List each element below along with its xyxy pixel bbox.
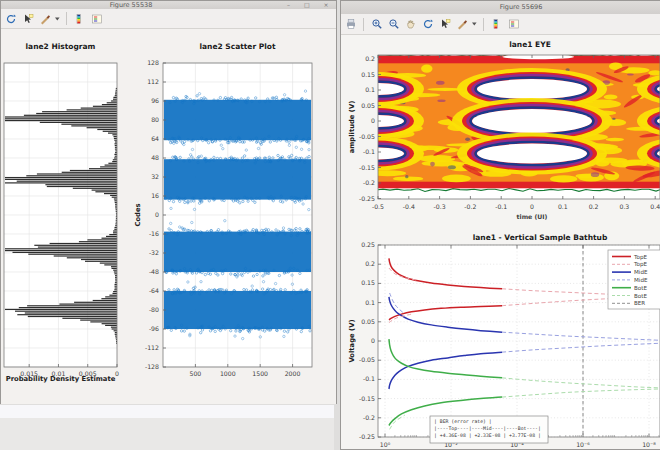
eye-xlabel: time (UI) — [517, 213, 548, 220]
eye-y-tick: 0 — [371, 117, 375, 124]
histogram-bar — [5, 309, 117, 310]
scatter-y-tick: 48 — [151, 154, 159, 161]
zoom-out-icon[interactable] — [386, 17, 401, 32]
scatter-y-tick: -128 — [145, 363, 159, 370]
bathtub-y-tick: 0.2 — [365, 260, 375, 267]
histogram-bar — [47, 186, 117, 187]
histogram-bar — [70, 170, 117, 171]
bathtub-legend[interactable]: TopETopEMidEMidEBotEBotEBER — [608, 250, 660, 309]
eye-navy-speckle — [465, 137, 470, 141]
desktop: Figure 55538 – □ × — [0, 0, 660, 450]
histogram-bar — [74, 302, 117, 303]
brush-dropdown-icon[interactable] — [471, 17, 478, 32]
eye-x-tick: -0.1 — [495, 203, 507, 210]
insert-legend-icon[interactable] — [89, 11, 104, 26]
histogram-bar — [114, 157, 117, 158]
histogram-bar — [79, 241, 117, 242]
histogram-bar — [101, 298, 117, 299]
histogram-bar — [92, 190, 117, 191]
eye-y-tick: 0.1 — [365, 86, 375, 93]
histogram-bar — [15, 311, 117, 312]
histogram-bar — [114, 138, 117, 139]
histogram-bar — [62, 172, 117, 173]
eye-x-tick: 0.3 — [619, 203, 629, 210]
eye-purple-speckle — [430, 162, 435, 167]
toolbar-separator — [66, 12, 67, 25]
pan-icon[interactable] — [403, 17, 418, 32]
histogram-bar — [25, 312, 117, 313]
eye-opening — [477, 144, 587, 164]
histogram-bar — [80, 320, 117, 321]
histogram-bar — [54, 255, 117, 256]
insert-colorbar-icon[interactable] — [489, 17, 504, 32]
legend-label: TopE — [633, 261, 647, 268]
histogram-bar — [105, 325, 117, 326]
bathtub-y-tick: -0.2 — [363, 414, 375, 421]
scatter-x-tick: 1500 — [252, 370, 268, 377]
insert-colorbar-icon[interactable] — [72, 11, 87, 26]
histogram-bar — [114, 330, 117, 331]
eye-title: lane1 EYE — [509, 40, 551, 49]
histogram-bar — [27, 305, 117, 306]
histogram-bar — [112, 268, 118, 269]
eye-purple-speckle — [591, 172, 599, 177]
scatter-band — [164, 100, 311, 140]
histogram-bar — [111, 327, 117, 328]
eye-purple-speckle — [437, 100, 445, 103]
ber-annotation-box[interactable]: | BER (error rate) | |----Top----|----Mi… — [430, 416, 548, 443]
histogram-bar — [108, 163, 117, 164]
histogram-bar — [59, 304, 117, 305]
scatter-y-tick: 112 — [147, 78, 159, 85]
histogram-bar — [102, 104, 117, 105]
histogram-bar — [105, 165, 117, 166]
eye-x-tick: 0.4 — [650, 203, 660, 210]
rotate-3d-icon[interactable] — [420, 17, 435, 32]
brush-dropdown-icon[interactable] — [54, 11, 61, 26]
datatip-icon[interactable] — [437, 17, 452, 32]
background-window-strip — [0, 405, 334, 418]
right-window-titlebar[interactable]: Figure 55696 – □ × — [341, 1, 660, 15]
eye-navy-speckle — [448, 165, 456, 169]
scatter-x-tick: 500 — [189, 370, 201, 377]
histogram-bar — [114, 136, 118, 137]
histogram-bar — [102, 323, 117, 324]
histogram-bar — [107, 102, 117, 103]
left-window-controls[interactable]: – □ × — [287, 1, 335, 8]
histogram-bar — [111, 100, 117, 101]
scatter-y-tick: -96 — [149, 325, 159, 332]
eye-navy-speckle — [612, 118, 615, 120]
brush-icon[interactable] — [37, 11, 52, 26]
eye-art — [345, 54, 660, 192]
histogram-bar — [5, 179, 117, 180]
histogram-bar — [113, 230, 117, 231]
eye-yellow-blob — [442, 175, 471, 183]
histogram-bar — [93, 300, 117, 301]
zoom-in-icon[interactable] — [369, 17, 384, 32]
histogram-bar — [36, 113, 117, 114]
eye-y-tick: 0.15 — [361, 71, 375, 78]
brush-icon[interactable] — [454, 17, 469, 32]
scatter-ylabel: Codes — [134, 203, 142, 226]
print-icon[interactable] — [343, 17, 358, 32]
eye-yellow-blob — [550, 175, 577, 182]
datatip-icon[interactable] — [20, 11, 35, 26]
insert-legend-icon[interactable] — [506, 17, 521, 32]
rotate-3d-icon[interactable] — [3, 11, 18, 26]
histogram-bar — [28, 316, 117, 317]
scatter-band — [164, 232, 311, 272]
figure-window-left: Figure 55538 – □ × — [0, 0, 337, 404]
histogram-bar — [87, 239, 117, 240]
histogram-bar — [37, 173, 117, 174]
histogram-bar — [113, 270, 117, 271]
left-toolbar — [1, 9, 336, 29]
histogram-bar — [112, 161, 117, 162]
eye-yellow-blob — [421, 65, 432, 73]
histogram-bar — [5, 116, 117, 117]
histogram-bar — [113, 97, 117, 98]
eye-y-tick: 0.05 — [361, 102, 375, 109]
left-plots[interactable]: 0.0150.010.0050 500100015002000128112968… — [1, 29, 338, 405]
scatter-y-tick: -32 — [149, 249, 159, 256]
bathtub-y-tick: -0.1 — [363, 375, 375, 382]
histogram-bar — [114, 289, 117, 290]
right-plots[interactable]: -0.5-0.4-0.3-0.2-0.100.10.20.30.40.20.15… — [345, 36, 660, 450]
